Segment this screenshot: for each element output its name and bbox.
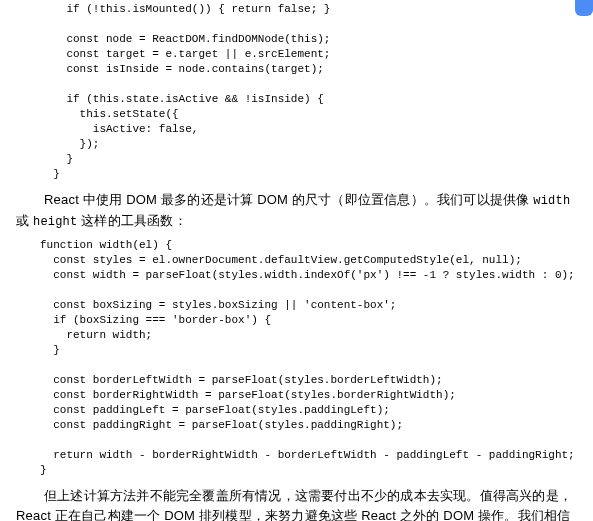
code-line: }); [40, 138, 99, 150]
inline-code-width: width [533, 194, 570, 208]
code-line: const node = ReactDOM.findDOMNode(this); [40, 33, 330, 45]
code-line: return width; [40, 329, 152, 341]
code-line: const styles = el.ownerDocument.defaultV… [40, 254, 522, 266]
code-line: isActive: false, [40, 123, 198, 135]
code-line: if (this.state.isActive && !isInside) { [40, 93, 324, 105]
code-line: const paddingRight = parseFloat(styles.p… [40, 419, 403, 431]
code-block-width-function: function width(el) { const styles = el.o… [40, 238, 577, 478]
document-page: if (!this.isMounted()) { return false; }… [0, 0, 593, 521]
code-block-event-handler: if (!this.isMounted()) { return false; }… [40, 2, 577, 182]
paragraph-conclusion: 但上述计算方法并不能完全覆盖所有情况，这需要付出不少的成本去实现。值得高兴的是，… [16, 486, 577, 521]
code-line: const width = parseFloat(styles.width.in… [40, 269, 575, 281]
code-line: function width(el) { [40, 239, 172, 251]
code-line: return width - borderRightWidth - border… [40, 449, 575, 461]
code-line: } [40, 153, 73, 165]
code-line: } [40, 464, 47, 476]
code-line: } [40, 344, 60, 356]
text-run: React 中使用 DOM 最多的还是计算 DOM 的尺寸（即位置信息）。我们可… [44, 192, 533, 207]
code-line: this.setState({ [40, 108, 179, 120]
code-line: const boxSizing = styles.boxSizing || 'c… [40, 299, 396, 311]
page-corner-badge [575, 0, 593, 16]
paragraph-dom-sizing: React 中使用 DOM 最多的还是计算 DOM 的尺寸（即位置信息）。我们可… [16, 190, 577, 232]
code-line: const isInside = node.contains(target); [40, 63, 324, 75]
code-line: const borderRightWidth = parseFloat(styl… [40, 389, 456, 401]
code-line: } [40, 168, 60, 180]
code-line: if (!this.isMounted()) { return false; } [40, 3, 330, 15]
code-line: const target = e.target || e.srcElement; [40, 48, 330, 60]
code-line: const paddingLeft = parseFloat(styles.pa… [40, 404, 390, 416]
code-line: if (boxSizing === 'border-box') { [40, 314, 271, 326]
code-line: const borderLeftWidth = parseFloat(style… [40, 374, 443, 386]
inline-code-height: height [33, 215, 77, 229]
text-run: 这样的工具函数： [77, 213, 186, 228]
text-run: 或 [16, 213, 33, 228]
